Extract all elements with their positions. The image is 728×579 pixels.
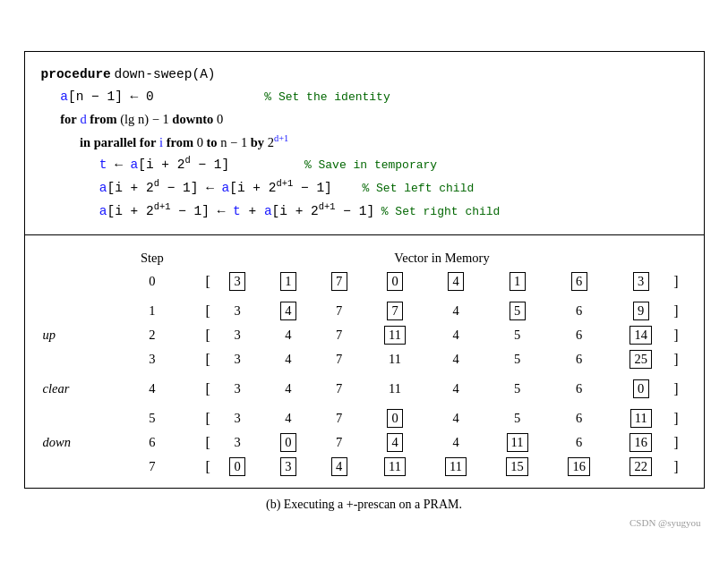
step-value: 3 xyxy=(115,347,189,371)
cell-value: 7 xyxy=(313,269,364,294)
data-table: Step Vector in Memory 0[31704163]up1[347… xyxy=(34,248,695,479)
cell-value: 4 xyxy=(262,406,313,430)
bracket-close: ] xyxy=(672,269,694,294)
comment1: % Set the identity xyxy=(264,90,390,104)
header-vector: Vector in Memory xyxy=(190,248,695,269)
cell-value: 11 xyxy=(486,430,548,455)
line1: a[n − 1] ← 0 % Set the identity xyxy=(60,85,687,108)
bracket-close: ] xyxy=(672,430,694,455)
cell-value: 1 xyxy=(486,269,548,294)
phase-label: clear xyxy=(34,377,116,401)
phase-label xyxy=(34,269,116,294)
cell-value: 7 xyxy=(313,323,364,347)
step-value: 0 xyxy=(115,269,189,294)
line4: t ← a[i + 2d − 1] % Save in temporary xyxy=(99,153,688,176)
cell-value: 4 xyxy=(262,347,313,371)
step-value: 5 xyxy=(115,406,189,430)
cell-value: 0 xyxy=(364,406,425,430)
cell-value: 25 xyxy=(610,347,672,371)
bracket-open: [ xyxy=(190,377,212,401)
bracket-close: ] xyxy=(672,347,694,371)
cell-value: 5 xyxy=(486,299,548,323)
cell-value: 9 xyxy=(610,299,672,323)
cell-value: 11 xyxy=(364,455,425,479)
comment6: % Set right child xyxy=(381,205,501,218)
cell-value: 11 xyxy=(425,455,486,479)
cell-value: 6 xyxy=(548,323,610,347)
cell-value: 1 xyxy=(262,269,313,294)
cell-value: 4 xyxy=(425,299,486,323)
cell-value: 7 xyxy=(313,347,364,371)
cell-value: 0 xyxy=(364,269,425,294)
step-value: 2 xyxy=(115,323,189,347)
cell-value: 6 xyxy=(548,430,610,455)
cell-value: 3 xyxy=(610,269,672,294)
cell-value: 5 xyxy=(486,406,548,430)
line6: a[i + 2d+1 − 1] ← t + a[i + 2d+1 − 1] % … xyxy=(99,200,688,223)
cell-value: 0 xyxy=(262,430,313,455)
table-row: 7[0341111151622] xyxy=(34,455,695,479)
bracket-open: [ xyxy=(190,323,212,347)
proc-header: procedure down-sweep(A) xyxy=(41,63,688,86)
table-row: 6[3074411616] xyxy=(34,430,695,455)
bracket-open: [ xyxy=(190,406,212,430)
cell-value: 4 xyxy=(262,323,313,347)
cell-value: 4 xyxy=(262,299,313,323)
bracket-close: ] xyxy=(672,323,694,347)
cell-value: 3 xyxy=(212,377,263,401)
cell-value: 14 xyxy=(610,323,672,347)
phase-label: up xyxy=(34,299,116,371)
cell-value: 4 xyxy=(364,430,425,455)
step-value: 4 xyxy=(115,377,189,401)
line3: in parallel for i from 0 to n − 1 by 2d+… xyxy=(80,131,688,153)
cell-value: 7 xyxy=(313,430,364,455)
cell-value: 5 xyxy=(486,347,548,371)
step-value: 7 xyxy=(115,455,189,479)
cell-value: 3 xyxy=(212,323,263,347)
phase-label: down xyxy=(34,406,116,479)
cell-value: 6 xyxy=(548,347,610,371)
table-row: 0[31704163] xyxy=(34,269,695,294)
step-value: 6 xyxy=(115,430,189,455)
cell-value: 7 xyxy=(313,406,364,430)
cell-value: 5 xyxy=(486,377,548,401)
cell-value: 4 xyxy=(425,323,486,347)
pseudocode-section: procedure down-sweep(A) a[n − 1] ← 0 % S… xyxy=(25,52,704,235)
table-row: down5[347045611] xyxy=(34,406,695,430)
cell-value: 3 xyxy=(212,406,263,430)
bracket-open: [ xyxy=(190,347,212,371)
caption: (b) Executing a +-prescan on a PRAM. xyxy=(24,498,705,515)
bracket-close: ] xyxy=(672,377,694,401)
cell-value: 3 xyxy=(212,299,263,323)
cell-value: 6 xyxy=(548,269,610,294)
outer-container: procedure down-sweep(A) a[n − 1] ← 0 % S… xyxy=(24,51,705,528)
header-step: Step xyxy=(115,248,189,269)
cell-value: 3 xyxy=(212,347,263,371)
bracket-open: [ xyxy=(190,455,212,479)
header-phase xyxy=(34,248,116,269)
bracket-close: ] xyxy=(672,455,694,479)
cell-value: 15 xyxy=(486,455,548,479)
cell-value: 7 xyxy=(313,299,364,323)
cell-value: 11 xyxy=(364,323,425,347)
bracket-open: [ xyxy=(190,269,212,294)
cell-value: 0 xyxy=(610,377,672,401)
cell-value: 4 xyxy=(425,406,486,430)
table-row: up1[34774569] xyxy=(34,299,695,323)
cell-value: 4 xyxy=(425,430,486,455)
cell-value: 6 xyxy=(548,299,610,323)
cell-value: 11 xyxy=(364,377,425,401)
table-row: 3[3471145625] xyxy=(34,347,695,371)
cell-value: 7 xyxy=(364,299,425,323)
bracket-open: [ xyxy=(190,430,212,455)
table-section: Step Vector in Memory 0[31704163]up1[347… xyxy=(25,235,704,488)
cell-value: 16 xyxy=(610,430,672,455)
bracket-open: [ xyxy=(190,299,212,323)
cell-value: 11 xyxy=(364,347,425,371)
cell-value: 4 xyxy=(313,455,364,479)
bracket-close: ] xyxy=(672,299,694,323)
cell-value: 3 xyxy=(212,269,263,294)
cell-value: 4 xyxy=(425,377,486,401)
comment5: % Set left child xyxy=(362,182,474,195)
line2: for d from (lg n) − 1 downto 0 xyxy=(60,108,687,131)
